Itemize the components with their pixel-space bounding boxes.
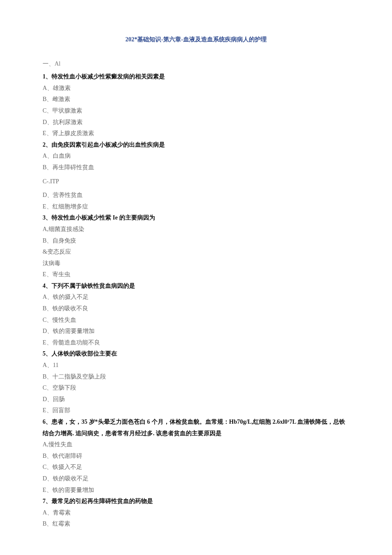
option: E、寄生虫	[43, 269, 349, 280]
option: C-.ITP	[43, 176, 349, 188]
option: B、十二指肠及空肠上段	[43, 371, 349, 383]
option: B、雌激素	[43, 94, 349, 105]
option: A、白血病	[43, 150, 349, 162]
question-text: 3、特发性血小板减少性紫 Ie 的主要病因为	[43, 212, 349, 224]
question-text: 2、由免疫因素引起血小板减少的出血性疾病是	[43, 139, 349, 151]
option: D、抗利尿激素	[43, 117, 349, 128]
option: D、回肠	[43, 394, 349, 405]
option: C、空肠下段	[43, 382, 349, 394]
option: D、铁的需要量增加	[43, 326, 349, 337]
option: C、甲状腺激素	[43, 105, 349, 117]
option: E、肾上腺皮质激素	[43, 128, 349, 139]
option: B、红霉素	[43, 518, 349, 530]
option: B、再生障碍性贫血	[43, 162, 349, 173]
option: A、铁的摄入不足	[43, 292, 349, 303]
option: E、骨髓造血功能不良	[43, 337, 349, 349]
section-label: 一、Al	[43, 58, 349, 70]
option: B、自身免疫	[43, 235, 349, 247]
question-text: 7、最常见的引起再生障碍性贫血的药物是	[43, 496, 349, 507]
option: E、铁的需要量增加	[43, 485, 349, 496]
option: A、青霉素	[43, 507, 349, 519]
option: &变态反应	[43, 246, 349, 258]
question-text: 5、人体铁的吸收部位主要在	[43, 348, 349, 360]
option: D、铁的吸收不足	[43, 473, 349, 485]
question-text: 4、下列不属于缺铁性贫血病因的是	[43, 280, 349, 292]
question-text: 6、患者，女，35 岁*头晕乏力面色苍白 6 个月，体检贫血貌。血常规：Hb70…	[43, 416, 349, 439]
option: B、铁的吸收不良	[43, 303, 349, 315]
option: A,慢性失血	[43, 439, 349, 451]
option: B、铁代谢障碍	[43, 451, 349, 462]
question-text: 1、特发性血小板减少性紫癜发病的相关因素是	[43, 71, 349, 83]
option: A,细菌直接感染	[43, 224, 349, 235]
option: E、红细胞增多症	[43, 201, 349, 213]
page-title: 202*基础知识-第六章-血液及造血系统疾病病人的护理	[43, 34, 349, 46]
option: C、慢性失血	[43, 315, 349, 326]
option: D、营养性贫血	[43, 190, 349, 201]
option: E、回盲部	[43, 405, 349, 416]
option: A、11	[43, 360, 349, 371]
option: 汰病毒	[43, 258, 349, 269]
option: A、雄激素	[43, 83, 349, 94]
option: C、铁摄入不足	[43, 462, 349, 473]
